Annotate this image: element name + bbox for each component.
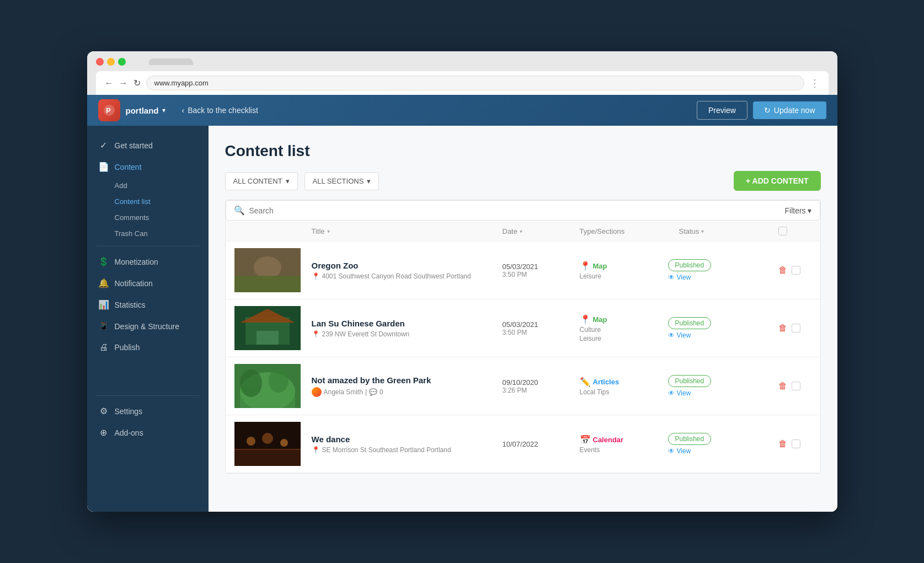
sidebar-label-monetization: Monetization: [115, 258, 158, 266]
row-type-badge-4: Calendar: [593, 436, 624, 444]
row-type-badge-3: Articles: [593, 378, 619, 386]
row-title-1: Oregon Zoo: [312, 261, 503, 270]
browser-tab[interactable]: [149, 58, 193, 65]
browser-window: ← → ↻ www.myapp.com ⋮ P portland ▾ ‹ Bac…: [87, 51, 837, 512]
map-pin-icon-1: 📍: [580, 261, 591, 271]
row-status-2: Published 👁 View: [668, 317, 778, 339]
sidebar-item-add[interactable]: Add: [115, 178, 209, 194]
sidebar-item-settings[interactable]: ⚙ Settings: [87, 400, 209, 422]
close-button[interactable]: [96, 58, 104, 66]
row-subtitle-4: 📍 SE Morrison St Southeast Portland Port…: [312, 446, 503, 454]
forward-button[interactable]: →: [119, 78, 128, 88]
select-all-checkbox[interactable]: [778, 227, 787, 235]
eye-icon-4: 👁: [668, 447, 675, 455]
row-time-2: 3:50 PM: [503, 329, 580, 336]
back-arrow-icon: ‹: [182, 106, 185, 115]
add-content-button[interactable]: + ADD CONTENT: [734, 171, 820, 191]
minimize-button[interactable]: [107, 58, 115, 66]
th-date[interactable]: Date ▾: [503, 227, 580, 235]
select-checkbox-1[interactable]: [792, 266, 800, 275]
sidebar-item-statistics[interactable]: 📊 Statistics: [87, 294, 209, 315]
select-checkbox-3[interactable]: [792, 382, 800, 390]
location-icon-1: 📍: [312, 272, 320, 280]
sidebar-label-publish: Publish: [115, 343, 140, 352]
check-icon: ✓: [98, 140, 109, 151]
row-title-3: Not amazed by the Green Park: [312, 376, 503, 385]
sidebar: ✓ Get started 📄 Content Add Content list…: [87, 126, 209, 512]
preview-button[interactable]: Preview: [697, 101, 747, 120]
address-bar[interactable]: www.myapp.com: [146, 76, 804, 90]
row-date-4: 10/07/2022: [503, 440, 580, 448]
location-icon-2: 📍: [312, 330, 320, 338]
svg-rect-16: [234, 449, 301, 466]
row-date-text-4: 10/07/2022: [503, 440, 580, 448]
th-title-label: Title: [312, 227, 325, 235]
delete-icon-3[interactable]: 🗑: [778, 381, 787, 391]
all-content-filter[interactable]: ALL CONTENT ▾: [225, 172, 298, 190]
update-label: Update now: [774, 106, 815, 115]
maximize-button[interactable]: [118, 58, 126, 66]
sidebar-item-get-started[interactable]: ✓ Get started: [87, 135, 209, 156]
refresh-button[interactable]: ↻: [133, 78, 141, 88]
view-link-1[interactable]: 👁 View: [668, 274, 778, 281]
sidebar-item-monetization[interactable]: 💲 Monetization: [87, 251, 209, 272]
filters-button[interactable]: Filters ▾: [784, 206, 811, 215]
back-to-checklist[interactable]: ‹ Back to the checklist: [182, 106, 258, 115]
row-date-text-3: 09/10/2020: [503, 378, 580, 387]
sidebar-item-design-structure[interactable]: 📱 Design & Structure: [87, 315, 209, 337]
row-thumb-4: [234, 422, 312, 466]
view-link-3[interactable]: 👁 View: [668, 389, 778, 397]
all-sections-label: ALL SECTIONS: [313, 177, 364, 185]
row-title-4: We dance: [312, 435, 503, 444]
brand-dropdown-icon[interactable]: ▾: [162, 106, 165, 114]
publish-icon: 🖨: [98, 342, 109, 352]
thumbnail-park: [234, 364, 301, 408]
search-icon: 🔍: [234, 205, 245, 216]
sidebar-item-content-list[interactable]: Content list: [115, 194, 209, 210]
row-info-2: Lan Su Chinese Garden 📍 239 NW Everett S…: [312, 319, 503, 338]
th-type-sections: Type/Sections: [580, 227, 679, 235]
sidebar-item-content[interactable]: 📄 Content: [87, 156, 209, 178]
sidebar-label-settings: Settings: [115, 407, 143, 416]
sidebar-sub-content: Add Content list Comments Trash Can: [87, 178, 209, 242]
delete-icon-1[interactable]: 🗑: [778, 265, 787, 275]
title-sort-icon: ▾: [327, 228, 330, 234]
all-sections-filter[interactable]: ALL SECTIONS ▾: [305, 172, 380, 190]
status-badge-1: Published: [668, 259, 712, 271]
view-link-2[interactable]: 👁 View: [668, 331, 778, 339]
more-options[interactable]: ⋮: [810, 77, 820, 89]
th-status-label: Status: [679, 227, 699, 235]
sidebar-item-trash-can[interactable]: Trash Can: [115, 226, 209, 242]
th-status[interactable]: Status ▾: [679, 227, 778, 235]
refresh-icon: ↻: [764, 106, 771, 115]
update-now-button[interactable]: ↻ Update now: [753, 101, 826, 119]
browser-nav: ← → ↻ www.myapp.com ⋮: [96, 71, 829, 95]
statistics-icon: 📊: [98, 299, 109, 310]
svg-text:P: P: [106, 106, 111, 115]
sidebar-item-addons[interactable]: ⊕ Add-ons: [87, 422, 209, 443]
row-info-4: We dance 📍 SE Morrison St Southeast Port…: [312, 435, 503, 454]
row-thumb-3: [234, 364, 312, 408]
location-icon-4: 📍: [312, 446, 320, 454]
select-checkbox-4[interactable]: [792, 439, 800, 448]
row-section-2b: Leisure: [580, 335, 668, 342]
row-subtitle-1: 📍 4001 Southwest Canyon Road Southwest P…: [312, 272, 503, 280]
delete-icon-2[interactable]: 🗑: [778, 323, 787, 333]
addons-icon: ⊕: [98, 427, 109, 438]
row-type-3: ✏️ Articles Local Tips: [580, 377, 668, 396]
status-sort-icon: ▾: [701, 228, 704, 234]
sidebar-item-publish[interactable]: 🖨 Publish: [87, 337, 209, 358]
row-section-4: Events: [580, 446, 668, 454]
sidebar-item-comments[interactable]: Comments: [115, 210, 209, 226]
delete-icon-4[interactable]: 🗑: [778, 439, 787, 449]
sidebar-item-notification[interactable]: 🔔 Notification: [87, 272, 209, 294]
th-title[interactable]: Title ▾: [312, 227, 503, 235]
row-type-badge-2: Map: [593, 315, 607, 324]
row-subtitle-2: 📍 239 NW Everett St Downtown: [312, 330, 503, 338]
map-pin-icon-2: 📍: [580, 314, 591, 325]
sidebar-label-statistics: Statistics: [115, 301, 146, 309]
view-link-4[interactable]: 👁 View: [668, 447, 778, 455]
back-button[interactable]: ←: [105, 78, 114, 88]
select-checkbox-2[interactable]: [792, 324, 800, 333]
search-input[interactable]: [249, 206, 785, 215]
